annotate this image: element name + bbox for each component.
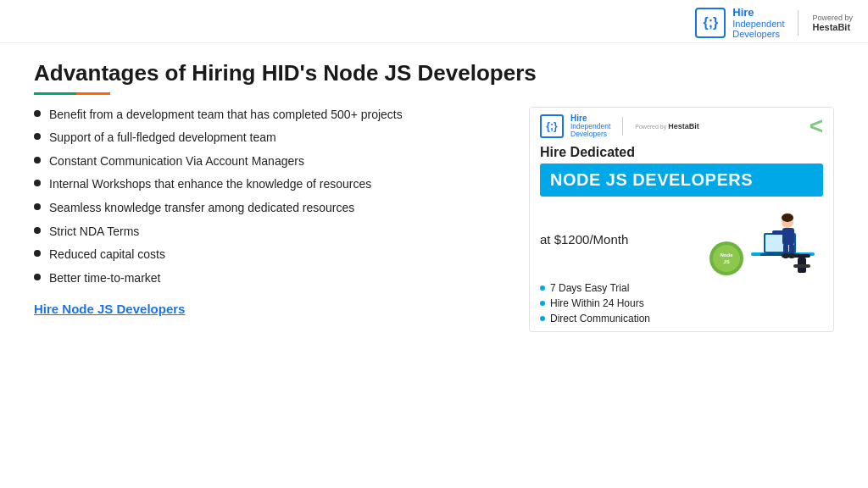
- left-column: Benefit from a development team that has…: [34, 107, 504, 318]
- card-feature-bullet: [540, 286, 545, 291]
- bullet-item: Support of a full-fledged development te…: [34, 130, 504, 147]
- bullet-item: Benefit from a development team that has…: [34, 107, 504, 124]
- card-hestabit: HestaBit: [668, 122, 699, 130]
- powered-group: Powered by HestaBit: [812, 14, 853, 32]
- card-feature-text: Hire Within 24 Hours: [550, 297, 644, 309]
- card-divider: [622, 117, 623, 136]
- bullet-text: Support of a full-fledged development te…: [49, 130, 276, 147]
- svg-text:JS: JS: [723, 259, 729, 264]
- bullet-item: Better time-to-market: [34, 270, 504, 287]
- svg-point-17: [782, 214, 793, 222]
- hestabit-label: HestaBit: [812, 22, 853, 32]
- card-feature-bullet: [540, 316, 545, 321]
- card: {;} Hire Independent Developers Powered …: [529, 107, 834, 333]
- svg-rect-11: [782, 228, 794, 245]
- logo-hire: Hire: [732, 7, 784, 19]
- bullet-text: Constant Communication Via Account Manag…: [49, 153, 304, 170]
- top-bar: {;} Hire Independent Developers Powered …: [0, 0, 868, 43]
- bullet-text: Benefit from a development team that has…: [49, 107, 403, 124]
- bullet-dot: [34, 133, 41, 140]
- bullet-item: Reduced capital costs: [34, 247, 504, 263]
- bullet-item: Strict NDA Terms: [34, 224, 504, 241]
- logo-divider: [798, 10, 798, 36]
- card-feature-text: 7 Days Easy Trial: [550, 282, 629, 294]
- title-underline: [34, 92, 110, 95]
- bullet-dot: [34, 157, 41, 164]
- two-column-layout: Benefit from a development team that has…: [34, 107, 834, 333]
- bullet-dot: [34, 180, 41, 186]
- bullet-text: Better time-to-market: [49, 270, 160, 287]
- logo-independent: Independent: [732, 19, 784, 29]
- bullet-dot: [34, 110, 41, 117]
- svg-rect-12: [772, 230, 784, 235]
- card-developers-text: Developers: [570, 130, 610, 138]
- hire-link[interactable]: Hire Node JS Developers: [34, 302, 185, 316]
- right-side-illustration: Node JS: [709, 203, 823, 275]
- bullet-text: Internal Workshops that enhance the know…: [49, 176, 371, 193]
- svg-point-16: [787, 253, 796, 258]
- bullet-item: Constant Communication Via Account Manag…: [34, 153, 504, 170]
- svg-rect-9: [793, 264, 810, 268]
- bullet-text: Reduced capital costs: [49, 247, 165, 263]
- bullet-text: Strict NDA Terms: [49, 224, 139, 241]
- underline-orange: [76, 92, 110, 95]
- card-price: at $1200/Month: [540, 232, 628, 247]
- card-feature-item: 7 Days Easy Trial: [540, 282, 823, 294]
- card-logo-text: Hire Independent Developers: [570, 114, 610, 139]
- bullet-dot: [34, 250, 41, 257]
- card-top: {;} Hire Independent Developers Powered …: [530, 108, 833, 142]
- card-hire-dedicated: Hire Dedicated: [530, 141, 833, 160]
- card-nodejs-banner: NODE JS DEVELOPERS: [540, 164, 823, 197]
- card-feature-item: Direct Communication: [540, 313, 823, 324]
- main-container: {;} Hire Independent Developers Powered …: [0, 0, 868, 488]
- bullet-item: Internal Workshops that enhance the know…: [34, 176, 504, 193]
- card-logo-icon: {;}: [540, 114, 564, 138]
- svg-point-0: [713, 245, 740, 272]
- page-title: Advantages of Hiring HID's Node JS Devel…: [34, 60, 834, 86]
- logo-area: {;} Hire Independent Developers Powered …: [695, 7, 853, 39]
- card-features-list: 7 Days Easy TrialHire Within 24 HoursDir…: [530, 279, 833, 331]
- bullet-dot: [34, 203, 41, 210]
- content-area: Advantages of Hiring HID's Node JS Devel…: [0, 43, 868, 346]
- bullet-dot: [34, 274, 41, 280]
- developer-illustration: [747, 203, 823, 275]
- bullet-item: Seamless knowledge transfer among dedica…: [34, 200, 504, 217]
- logo-developers: Developers: [732, 29, 784, 39]
- card-feature-text: Direct Communication: [550, 313, 650, 324]
- bullet-text: Seamless knowledge transfer among dedica…: [49, 200, 354, 217]
- card-feature-bullet: [540, 301, 545, 306]
- card-powered-group: Powered by HestaBit: [635, 122, 698, 130]
- logo-icon: {;}: [695, 8, 726, 38]
- green-bracket-icon: <: [810, 114, 823, 138]
- nodejs-logo: Node JS: [709, 241, 743, 275]
- logo-text-group: Hire Independent Developers: [732, 7, 784, 39]
- svg-text:Node: Node: [721, 252, 734, 258]
- bullet-list: Benefit from a development team that has…: [34, 107, 504, 287]
- card-price-row: at $1200/Month Node JS: [530, 202, 833, 279]
- underline-green: [34, 92, 76, 95]
- bullet-dot: [34, 227, 41, 234]
- card-feature-item: Hire Within 24 Hours: [540, 297, 823, 309]
